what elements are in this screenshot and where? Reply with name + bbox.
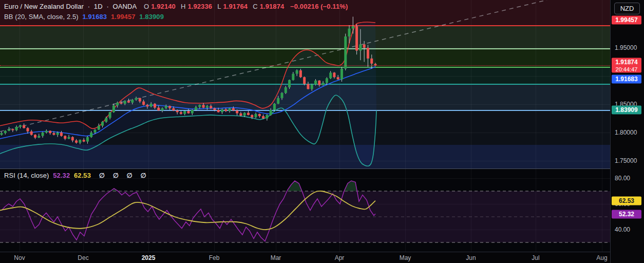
currency-button[interactable]: NZD	[614, 3, 640, 14]
price-scale[interactable]: NZD 1.950001.850001.800001.7500080.0060.…	[610, 0, 644, 263]
ohlc-key: L	[217, 3, 221, 10]
bb-indicator-legend[interactable]: BB (20, SMA, close, 2.5) 1.91683 1.99457…	[4, 13, 166, 21]
change-value: −0.00216 (−0.11%)	[290, 3, 348, 10]
interval-label[interactable]: 1D	[94, 3, 103, 10]
scale-tick-label: 1.80000	[615, 129, 637, 136]
time-axis[interactable]: NovDec2025FebMarAprMayJunJulAug	[0, 252, 610, 263]
time-axis-label[interactable]: Jul	[532, 252, 539, 263]
trading-chart-app: Euro / New Zealand Dollar · 1D · OANDA O…	[0, 0, 644, 263]
price-badge: 1.99457	[612, 16, 641, 25]
scale-tick-label: 1.95000	[615, 44, 637, 51]
ohlc-value: 1.91764	[223, 3, 248, 10]
time-axis-label[interactable]: Jun	[466, 252, 476, 263]
price-badge: 1.91683	[612, 75, 641, 84]
bb-lower-value: 1.83909	[139, 13, 164, 21]
time-axis-label[interactable]: Nov	[14, 252, 25, 263]
bb-upper-value: 1.99457	[111, 13, 136, 21]
chart-pane[interactable]: Euro / New Zealand Dollar · 1D · OANDA O…	[0, 0, 610, 252]
time-axis-label[interactable]: Apr	[335, 252, 345, 263]
ohlc-key: H	[181, 3, 186, 10]
price-badge: 1.83909	[612, 106, 641, 115]
scale-tick-label: 40.00	[615, 226, 630, 233]
bb-basis-value: 1.91683	[82, 13, 107, 21]
rsi-value: 52.32	[53, 172, 70, 179]
pane-separator[interactable]	[0, 168, 610, 169]
legend-separator: ·	[88, 3, 90, 10]
price-badge: 62.53	[612, 197, 641, 205]
bb-name[interactable]: BB (20, SMA, close, 2.5)	[4, 13, 79, 21]
symbol-title[interactable]: Euro / New Zealand Dollar	[4, 3, 84, 10]
time-axis-label[interactable]: 2025	[142, 252, 156, 263]
price-badge: 1.9187420:44:47	[612, 58, 641, 73]
ohlc-key: C	[253, 3, 258, 10]
symbol-legend[interactable]: Euro / New Zealand Dollar · 1D · OANDA O…	[4, 3, 350, 10]
rsi-empty-slots: ∅ ∅ ∅ ∅	[99, 172, 149, 179]
chart-canvas[interactable]	[0, 0, 610, 252]
rsi-ma-value: 62.53	[74, 172, 91, 179]
current-price-line	[0, 65, 610, 66]
exchange-label[interactable]: OANDA	[113, 3, 137, 10]
ohlc-value: 1.91874	[260, 3, 285, 10]
countdown-timer: 20:44:47	[614, 66, 639, 72]
price-badge: 52.32	[612, 210, 641, 219]
time-axis-label[interactable]: Feb	[209, 252, 220, 263]
time-axis-label[interactable]: Dec	[78, 252, 88, 263]
ohlc-value: 1.92140	[151, 3, 176, 10]
rsi-indicator-legend[interactable]: RSI (14, close) 52.32 62.53 ∅ ∅ ∅ ∅	[4, 172, 151, 179]
scale-tick-label: 1.75000	[615, 157, 637, 164]
scale-tick-label: 80.00	[615, 175, 630, 182]
legend-separator: ·	[106, 3, 108, 10]
time-axis-label[interactable]: May	[400, 252, 411, 263]
ohlc-values: O1.92140H1.92336L1.91764C1.91874	[141, 3, 286, 10]
ohlc-value: 1.92336	[187, 3, 212, 10]
ohlc-key: O	[144, 3, 149, 10]
time-axis-label[interactable]: Mar	[271, 252, 281, 263]
rsi-name[interactable]: RSI (14, close)	[4, 172, 49, 179]
time-axis-label[interactable]: Aug	[596, 252, 607, 263]
